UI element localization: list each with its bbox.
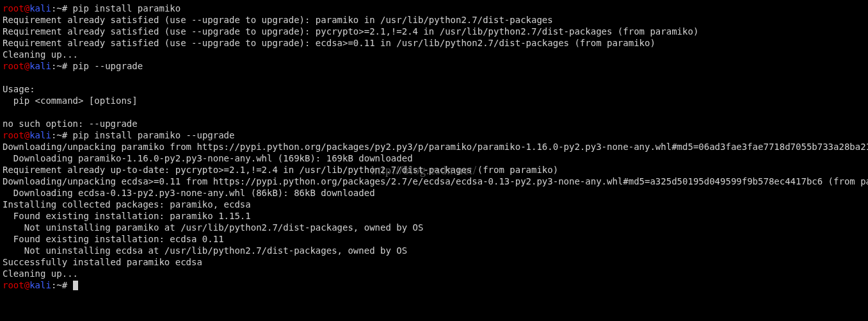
prompt-at: @ bbox=[24, 130, 29, 140]
output-line: Not uninstalling paramiko at /usr/lib/py… bbox=[3, 222, 423, 233]
output-line: Downloading/unpacking ecdsa>=0.11 from h… bbox=[3, 176, 868, 186]
prompt-at: @ bbox=[24, 3, 29, 13]
prompt-host: kali bbox=[29, 61, 51, 71]
output-line: Cleaning up... bbox=[3, 268, 78, 279]
prompt-path: ~ bbox=[56, 3, 61, 13]
prompt-user: root bbox=[3, 61, 24, 71]
output-line: Usage: bbox=[3, 84, 35, 94]
output-line: no such option: --upgrade bbox=[3, 119, 138, 129]
command-2: pip --upgrade bbox=[73, 61, 143, 71]
output-line: Requirement already satisfied (use --upg… bbox=[3, 26, 698, 37]
output-line: Downloading/unpacking paramiko from http… bbox=[3, 142, 868, 152]
prompt-path: ~ bbox=[56, 280, 61, 290]
output-line: pip <command> [options] bbox=[3, 95, 138, 106]
output-line: Found existing installation: ecdsa 0.11 bbox=[3, 234, 224, 244]
prompt-hash: # bbox=[62, 61, 73, 71]
terminal[interactable]: root@kali:~# pip install paramiko Requir… bbox=[0, 0, 868, 321]
prompt-hash: # bbox=[62, 130, 73, 140]
prompt-at: @ bbox=[24, 280, 29, 290]
prompt-host: kali bbox=[29, 280, 51, 290]
output-line: Installing collected packages: paramiko,… bbox=[3, 199, 251, 210]
output-line: Requirement already satisfied (use --upg… bbox=[3, 38, 655, 48]
output-line: Successfully installed paramiko ecdsa bbox=[3, 257, 202, 267]
prompt-user: root bbox=[3, 280, 24, 290]
prompt-hash: # bbox=[62, 3, 73, 13]
output-line: Requirement already satisfied (use --upg… bbox=[3, 15, 553, 25]
prompt-user: root bbox=[3, 130, 24, 140]
prompt-path: ~ bbox=[56, 61, 61, 71]
watermark: http://blog.csdn.net/ bbox=[371, 164, 477, 177]
output-line: Found existing installation: paramiko 1.… bbox=[3, 211, 251, 221]
prompt-at: @ bbox=[24, 61, 29, 71]
output-line: Cleaning up... bbox=[3, 49, 78, 60]
command-3: pip install paramiko --upgrade bbox=[73, 130, 235, 140]
prompt-user: root bbox=[3, 3, 24, 13]
prompt-host: kali bbox=[29, 3, 51, 13]
prompt-host: kali bbox=[29, 130, 51, 140]
output-line: Downloading paramiko-1.16.0-py2.py3-none… bbox=[3, 153, 413, 163]
output-line: Downloading ecdsa-0.13-py2.py3-none-any.… bbox=[3, 188, 375, 198]
prompt-path: ~ bbox=[56, 130, 61, 140]
command-1: pip install paramiko bbox=[73, 3, 181, 13]
cursor bbox=[73, 281, 78, 290]
prompt-hash: # bbox=[62, 280, 73, 290]
output-line: Not uninstalling ecdsa at /usr/lib/pytho… bbox=[3, 245, 407, 256]
